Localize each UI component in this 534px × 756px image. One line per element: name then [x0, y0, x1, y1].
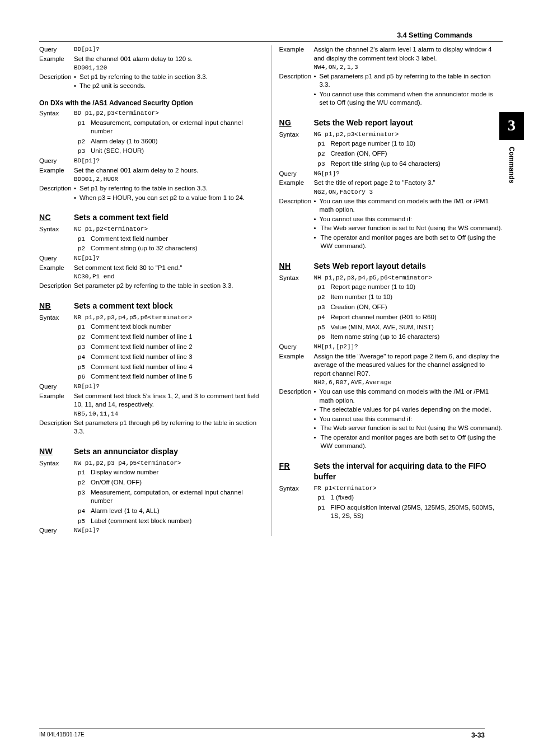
left-column: QueryBD[p1]? ExampleSet the channel 001 … — [39, 45, 263, 536]
example-label: Example — [39, 264, 74, 273]
fr-code: FR — [279, 461, 314, 472]
example-label: Example — [39, 166, 74, 175]
right-column: ExampleAssign the channel 2's alarm leve… — [279, 45, 503, 536]
syntax-label: Syntax — [279, 274, 314, 283]
as1-p3: Unit (SEC, HOUR) — [91, 147, 263, 156]
nh-example-text: Assign the title "Average" to report pag… — [314, 352, 503, 379]
nw-desc-1: Set parameters p1 and p5 by referring to… — [314, 72, 503, 90]
nh-desc-1: You can use this command on models with … — [314, 388, 503, 405]
ng-title: Sets the Web report layout — [314, 118, 503, 128]
bd-desc-2: The p2 unit is seconds. — [74, 82, 263, 91]
nb-p6: Comment text field number of line 5 — [91, 372, 263, 381]
example-label: Example — [39, 392, 74, 409]
nb-syntax: NB p1,p2,p3,p4,p5,p6<terminator> — [74, 314, 263, 323]
nb-p2: Comment text field number of line 1 — [91, 333, 263, 342]
nw-syntax: NW p1,p2,p3 p4,p5<terminator> — [74, 459, 263, 468]
nb-example-text: Set comment text block 5's lines 1, 2, a… — [74, 392, 263, 409]
footer-page-number: 3-33 — [471, 731, 485, 739]
syntax-label: Syntax — [279, 484, 314, 493]
as1-p1: Measurement, computation, or external in… — [91, 119, 263, 136]
as1-syntax: BD p1,p2,p3<terminator> — [74, 109, 263, 118]
example-label: Example — [279, 45, 314, 63]
desc-label: Description — [39, 282, 74, 291]
syntax-label: Syntax — [39, 314, 74, 323]
desc-label: Description — [279, 197, 314, 214]
nw-code: NW — [39, 446, 74, 457]
nh-title: Sets Web report layout details — [314, 261, 503, 272]
bd-desc-1: Set p1 by referring to the table in sect… — [74, 73, 263, 82]
nb-code: NB — [39, 301, 74, 311]
nb-example-code: NB5,10,11,14 — [74, 410, 263, 418]
nh-syntax: NH p1,p2,p3,p4,p5,p6<terminator> — [314, 274, 503, 283]
nc-example-text: Set comment text field 30 to "P1 end." — [74, 264, 263, 273]
syntax-label: Syntax — [39, 109, 74, 118]
section-header: 3.4 Setting Commands — [397, 31, 472, 39]
ng-query: NG[p1]? — [314, 170, 503, 179]
nh-code: NH — [279, 261, 314, 272]
nc-code: NC — [39, 212, 74, 223]
nw-p2: On/Off (ON, OFF) — [91, 478, 263, 487]
nh-p2: Item number (1 to 10) — [331, 293, 503, 302]
query-label: Query — [279, 170, 314, 179]
nc-syntax: NC p1,p2<terminator> — [74, 225, 263, 234]
example-label: Example — [39, 55, 74, 64]
footer-doc-id: IM 04L41B01-17E — [39, 731, 85, 739]
query-label: Query — [39, 526, 74, 535]
ng-syntax: NG p1,p2,p3<terminator> — [314, 130, 503, 139]
nc-query: NC[p1]? — [74, 254, 263, 263]
ng-desc-2b: The operator and monitor pages are both … — [314, 234, 503, 251]
as1-desc-1: Set p1 by referring to the table in sect… — [74, 184, 263, 193]
nw-title: Sets an annunciator display — [74, 446, 263, 457]
syntax-label: Syntax — [39, 459, 74, 468]
nc-desc: Set parameter p2 by referring to the tab… — [74, 282, 263, 291]
ng-example-code: NG2,ON,Factory 3 — [314, 188, 503, 197]
nh-desc-3a: The Web server function is set to Not (u… — [314, 424, 503, 433]
fr-syntax: FR p1<terminator> — [314, 484, 503, 493]
ng-code: NG — [279, 118, 314, 128]
nw-p3: Measurement, computation, or external in… — [91, 488, 263, 506]
query-label: Query — [39, 157, 74, 166]
as1-query: BD[p1]? — [74, 157, 263, 166]
as1-example-text: Set the channel 001 alarm delay to 2 hou… — [74, 166, 263, 175]
nb-p3: Comment text field number of line 2 — [91, 343, 263, 352]
ng-p3: Report title string (up to 64 characters… — [331, 160, 503, 169]
desc-label: Description — [279, 388, 314, 405]
example-label: Example — [279, 179, 314, 188]
desc-label: Description — [39, 419, 74, 436]
nh-desc-2: The selectable values for p4 varies depe… — [314, 405, 503, 414]
ng-p1: Report page number (1 to 10) — [331, 139, 503, 148]
chapter-text: Commands — [508, 147, 516, 183]
nh-example-code: NH2,6,R07,AVE,Average — [314, 379, 503, 387]
example-label: Example — [279, 352, 314, 379]
desc-label: Description — [279, 72, 314, 90]
nb-p5: Comment text field number of line 4 — [91, 363, 263, 372]
nh-p4: Report channel number (R01 to R60) — [331, 313, 503, 322]
bd-example-text: Set the channel 001 alarm delay to 120 s… — [74, 55, 263, 64]
ng-desc-2a: The Web server function is set to Not (u… — [314, 224, 503, 233]
nw-example-code: NW4,ON,2,1,3 — [314, 63, 503, 72]
nc-p2: Comment string (up to 32 characters) — [91, 244, 263, 253]
nh-query: NH[p1,[p2]]? — [314, 343, 503, 352]
nc-example-code: NC30,P1 end — [74, 273, 263, 281]
chapter-tab: 3 Commands — [499, 112, 524, 213]
fr-p1a: 1 (fixed) — [331, 493, 503, 502]
nh-desc-3b: The operator and monitor pages are both … — [314, 433, 503, 451]
nw-query: NW[p1]? — [74, 526, 263, 535]
nh-p5: Value (MIN, MAX, AVE, SUM, INST) — [331, 323, 503, 332]
desc-label: Description — [39, 73, 74, 82]
nb-p1: Comment text block number — [91, 323, 263, 332]
nh-p1: Report page number (1 to 10) — [331, 283, 503, 292]
as1-example-code: BD001,2,HUOR — [74, 175, 263, 184]
query-label: Query — [39, 45, 74, 54]
query-label: Query — [39, 382, 74, 391]
bd-query: BD[p1]? — [74, 45, 263, 54]
nc-title: Sets a comment text field — [74, 212, 263, 223]
ng-desc-1: You can use this command on models with … — [314, 197, 503, 214]
header-rule — [39, 41, 503, 42]
query-label: Query — [279, 343, 314, 352]
bd-example-code: BD001,120 — [74, 64, 263, 72]
nh-p3: Creation (ON, OFF) — [331, 303, 503, 312]
nh-p6: Item name string (up to 16 characters) — [331, 333, 503, 342]
nh-desc-3: You cannot use this command if: — [314, 415, 503, 424]
nw-example-text: Assign the channel 2's alarm level 1 ala… — [314, 45, 503, 63]
